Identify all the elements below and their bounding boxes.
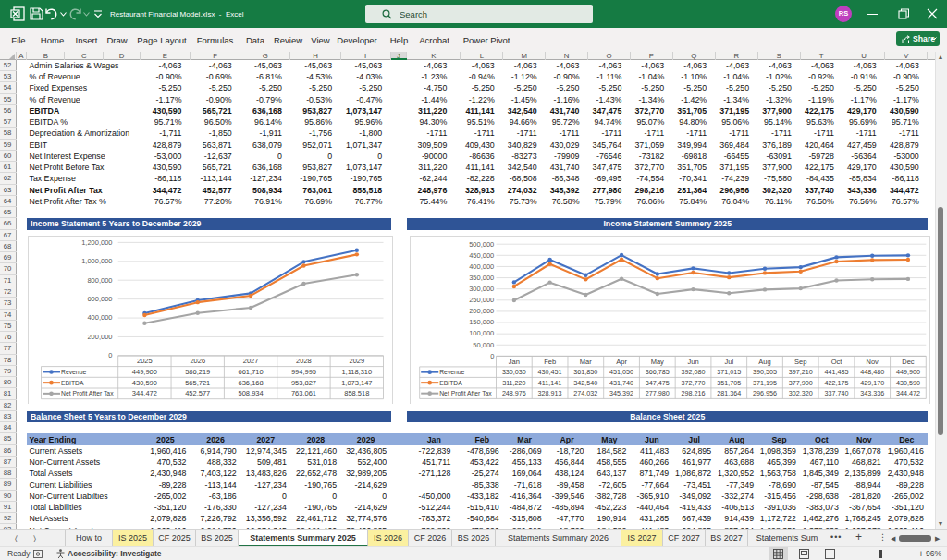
svg-text:586,219: 586,219	[185, 369, 210, 377]
svg-text:636,168: 636,168	[239, 379, 264, 387]
svg-text:Oct: Oct	[831, 358, 843, 366]
svg-text:371,015: 371,015	[717, 369, 741, 377]
svg-text:994,995: 994,995	[291, 369, 316, 377]
svg-text:397,210: 397,210	[789, 369, 813, 377]
svg-text:400,000: 400,000	[469, 262, 494, 271]
svg-text:508,934: 508,934	[239, 390, 264, 398]
svg-text:953,827: 953,827	[291, 379, 316, 387]
svg-text:150,000: 150,000	[469, 319, 494, 327]
svg-text:392,080: 392,080	[682, 369, 706, 377]
svg-text:1,000,000: 1,000,000	[81, 258, 112, 266]
svg-text:EBITDA: EBITDA	[439, 380, 462, 386]
svg-text:2029: 2029	[349, 358, 364, 366]
svg-text:Net Profit After Tax: Net Profit After Tax	[61, 391, 114, 397]
svg-text:429,170: 429,170	[860, 379, 884, 387]
svg-text:371,195: 371,195	[753, 379, 777, 387]
svg-text:411,141: 411,141	[538, 379, 561, 387]
svg-text:800,000: 800,000	[87, 276, 112, 285]
svg-text:344,472: 344,472	[132, 390, 157, 398]
svg-text:0: 0	[490, 352, 494, 360]
svg-text:345,392: 345,392	[609, 390, 633, 398]
svg-text:274,032: 274,032	[573, 390, 597, 398]
svg-text:EBITDA: EBITDA	[61, 380, 84, 386]
svg-text:449,900: 449,900	[132, 369, 157, 377]
svg-text:430,451: 430,451	[538, 369, 562, 377]
svg-text:351,705: 351,705	[717, 379, 741, 387]
svg-text:377,900: 377,900	[789, 379, 813, 387]
svg-text:430,590: 430,590	[896, 379, 920, 387]
svg-text:277,980: 277,980	[646, 390, 670, 398]
svg-text:450,000: 450,000	[469, 251, 494, 260]
svg-text:330,030: 330,030	[502, 369, 526, 377]
svg-text:763,061: 763,061	[291, 390, 316, 398]
svg-text:2028: 2028	[296, 358, 312, 366]
svg-text:661,710: 661,710	[239, 369, 264, 377]
svg-text:Sep: Sep	[794, 358, 806, 366]
svg-text:Mar: Mar	[580, 358, 592, 366]
svg-text:361,850: 361,850	[573, 369, 597, 377]
svg-text:Revenue: Revenue	[439, 370, 464, 376]
svg-text:390,505: 390,505	[753, 369, 777, 377]
svg-text:565,721: 565,721	[185, 379, 210, 387]
svg-text:Aug: Aug	[758, 358, 770, 366]
svg-text:300,000: 300,000	[469, 285, 494, 293]
svg-text:Net Profit After Tax: Net Profit After Tax	[439, 391, 492, 397]
svg-text:May: May	[651, 358, 664, 366]
svg-text:Jul: Jul	[724, 358, 733, 366]
svg-text:2026: 2026	[190, 358, 205, 366]
svg-text:400,000: 400,000	[87, 314, 112, 323]
svg-text:372,770: 372,770	[682, 379, 706, 387]
svg-text:Nov: Nov	[867, 358, 879, 366]
svg-text:Apr: Apr	[616, 358, 627, 366]
svg-text:350,000: 350,000	[469, 274, 494, 282]
svg-text:337,740: 337,740	[824, 390, 848, 398]
svg-text:451,050: 451,050	[609, 369, 633, 377]
svg-text:302,320: 302,320	[789, 390, 813, 398]
svg-text:296,956: 296,956	[753, 390, 777, 398]
svg-text:449,900: 449,900	[896, 369, 920, 377]
svg-text:248,976: 248,976	[502, 390, 526, 398]
svg-text:430,590: 430,590	[132, 379, 157, 387]
svg-text:1,073,147: 1,073,147	[341, 379, 372, 387]
svg-text:100,000: 100,000	[469, 330, 494, 338]
svg-text:366,785: 366,785	[646, 369, 670, 377]
svg-text:2027: 2027	[243, 358, 259, 366]
svg-text:Feb: Feb	[544, 358, 556, 366]
svg-text:1,118,310: 1,118,310	[341, 369, 372, 377]
svg-text:Dec: Dec	[902, 358, 915, 366]
svg-text:452,577: 452,577	[185, 390, 210, 398]
svg-text:Revenue: Revenue	[61, 369, 86, 375]
svg-text:343,336: 343,336	[860, 390, 884, 398]
svg-text:328,913: 328,913	[538, 390, 562, 398]
svg-text:298,216: 298,216	[682, 390, 706, 398]
svg-text:250,000: 250,000	[469, 297, 494, 305]
svg-text:281,364: 281,364	[717, 390, 741, 398]
svg-text:2025: 2025	[137, 358, 153, 366]
svg-text:200,000: 200,000	[87, 333, 112, 341]
svg-text:50,000: 50,000	[473, 341, 494, 349]
svg-text:500,000: 500,000	[469, 240, 494, 249]
svg-text:441,485: 441,485	[824, 369, 848, 377]
svg-text:0: 0	[108, 352, 112, 360]
svg-text:344,472: 344,472	[896, 390, 920, 398]
svg-text:200,000: 200,000	[469, 308, 494, 316]
svg-text:342,540: 342,540	[573, 379, 597, 387]
svg-text:431,740: 431,740	[609, 379, 633, 387]
svg-text:600,000: 600,000	[87, 295, 112, 303]
svg-text:422,175: 422,175	[824, 379, 848, 387]
svg-text:Jun: Jun	[687, 358, 698, 366]
svg-text:311,220: 311,220	[502, 379, 525, 387]
svg-text:Jan: Jan	[509, 358, 520, 366]
svg-text:858,518: 858,518	[344, 390, 369, 398]
svg-text:448,480: 448,480	[860, 369, 884, 377]
svg-text:347,475: 347,475	[646, 379, 670, 387]
svg-text:1,200,000: 1,200,000	[81, 238, 112, 247]
